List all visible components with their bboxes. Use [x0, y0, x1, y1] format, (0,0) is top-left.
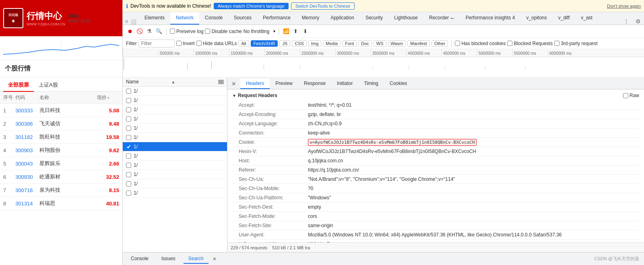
blocked-requests-checkbox[interactable] [507, 41, 512, 46]
match-language-button[interactable]: Always match Chrome's language [214, 3, 289, 9]
dont-show-link[interactable]: Don't show again [607, 4, 641, 8]
filter-js-btn[interactable]: JS [279, 40, 290, 47]
disable-cache-checkbox[interactable] [205, 29, 210, 34]
filter-css-btn[interactable]: CSS [292, 40, 307, 47]
third-party-checkbox[interactable] [554, 41, 559, 46]
stock-code[interactable]: 300043 [15, 161, 39, 167]
filter-icon[interactable]: ⚗ [145, 27, 153, 35]
stock-row[interactable]: 3 301182 凯旺科技 19.58 [0, 130, 122, 144]
req-checkbox[interactable] [126, 89, 131, 94]
stock-code[interactable]: 300903 [15, 147, 39, 153]
tab-lighthouse[interactable]: Lighthouse [388, 12, 423, 25]
stock-code[interactable]: 300333 [15, 108, 39, 114]
stock-row[interactable]: 8 301314 科瑞思 40.81 [0, 197, 122, 210]
clear-button[interactable]: 🚫 [136, 27, 144, 35]
switch-to-chinese-button[interactable]: Switch DevTools to Chinese [291, 2, 355, 10]
request-headers-section[interactable]: ▼ Request Headers Raw [232, 93, 639, 98]
tab-elements[interactable]: Elements [139, 12, 170, 25]
tab-v-options[interactable]: v_opitons [520, 12, 552, 25]
filter-input[interactable] [138, 39, 175, 48]
tab-application[interactable]: Application [325, 12, 360, 25]
resize-handle[interactable]: ⋮ [218, 80, 224, 84]
req-checkbox[interactable] [126, 116, 131, 122]
tab-security[interactable]: Security [360, 12, 388, 25]
stock-row[interactable]: 2 300386 飞天诚信 9.48 [0, 117, 122, 130]
filter-font-btn[interactable]: Font [342, 40, 357, 47]
close-detail-button[interactable]: ✕ [227, 79, 240, 89]
req-checkbox[interactable] [126, 163, 131, 168]
tab-performance[interactable]: Performance [257, 12, 296, 25]
blocked-requests-label[interactable]: Blocked Requests [507, 41, 553, 46]
search-icon[interactable]: 🔍 [155, 27, 163, 35]
third-party-label[interactable]: 3rd-party request [554, 41, 597, 46]
stock-row[interactable]: 4 300903 科翔股份 9.62 [0, 144, 122, 157]
request-row[interactable]: 1/ [123, 142, 227, 151]
bottom-tab-console[interactable]: Console [126, 254, 153, 264]
close-bottom-icon[interactable]: ✕ [213, 256, 217, 262]
filter-manifest-btn[interactable]: Manifest [407, 40, 430, 47]
detail-tab-response[interactable]: Response [298, 79, 331, 89]
stock-row[interactable]: 1 300333 兆日科技 5.08 [0, 104, 122, 117]
filter-all-btn[interactable]: All [238, 40, 249, 47]
tab-console[interactable]: Console [199, 12, 228, 25]
request-row[interactable]: 1/ [123, 114, 227, 124]
tab-all-stocks[interactable]: 全部股票 [3, 79, 34, 92]
invert-checkbox[interactable] [176, 41, 182, 46]
filter-img-btn[interactable]: Img [308, 40, 321, 47]
stock-code[interactable]: 300386 [15, 121, 39, 127]
wifi-icon[interactable]: 📶 [282, 27, 290, 35]
tab-v-ast[interactable]: v_ast [575, 12, 598, 25]
raw-checkbox[interactable] [623, 93, 628, 98]
stock-code[interactable]: 300716 [15, 187, 39, 193]
has-blocked-label[interactable]: Has blocked cookies [455, 41, 506, 46]
detail-tab-initiator[interactable]: Initiator [331, 79, 358, 89]
request-row[interactable]: 1/ [123, 170, 227, 179]
req-checkbox[interactable] [126, 181, 131, 186]
req-checkbox[interactable] [126, 190, 131, 196]
request-row[interactable]: 1/ [123, 151, 227, 161]
filter-wasm-btn[interactable]: Wasm [388, 40, 406, 47]
stock-row[interactable]: 7 300716 泉为科技 8.15 [0, 184, 122, 197]
detail-tab-preview[interactable]: Preview [270, 79, 298, 89]
filter-fetch-xhr-btn[interactable]: Fetch/XHR [251, 40, 278, 47]
stock-code[interactable]: 301314 [15, 201, 39, 207]
detail-tab-headers[interactable]: Headers [240, 79, 270, 89]
stock-code[interactable]: 301182 [15, 134, 39, 140]
request-row[interactable]: 1/ [123, 96, 227, 105]
req-checkbox[interactable] [126, 98, 131, 103]
stock-code[interactable]: 300930 [15, 174, 39, 180]
filter-other-btn[interactable]: Other [431, 40, 448, 47]
hide-data-urls-label[interactable]: Hide data URLs [196, 41, 237, 46]
disable-cache-label[interactable]: Disable cache [205, 29, 242, 34]
record-button[interactable]: ⏺ [126, 27, 134, 35]
preserve-log-checkbox[interactable] [170, 29, 175, 34]
download-icon[interactable]: ⬇ [301, 27, 310, 35]
preserve-log-label[interactable]: Preserve log [170, 29, 203, 34]
tab-perf-insights[interactable]: Performance insights 4 [460, 12, 521, 25]
tab-sh-a[interactable]: 上证A股 [34, 79, 63, 92]
detail-tab-cookies[interactable]: Cookies [384, 79, 413, 89]
stock-row[interactable]: 5 300043 星辉娱乐 2.66 [0, 157, 122, 170]
bottom-tab-issues[interactable]: Issues [157, 254, 180, 264]
req-checkbox[interactable] [126, 107, 131, 112]
stock-row[interactable]: 6 300930 屹通新材 32.52 [0, 170, 122, 184]
req-checkbox[interactable] [126, 144, 131, 149]
tab-memory[interactable]: Memory [296, 12, 325, 25]
req-checkbox[interactable] [126, 172, 131, 177]
settings-icon[interactable]: ⚙ [632, 18, 644, 25]
tab-recorder[interactable]: Recorder ⌙ [423, 12, 460, 25]
request-row[interactable]: 1/ [123, 124, 227, 133]
filter-media-btn[interactable]: Media [323, 40, 341, 47]
upload-icon[interactable]: ⬆ [292, 27, 300, 35]
req-checkbox[interactable] [126, 135, 131, 140]
req-checkbox[interactable] [126, 126, 131, 131]
request-row[interactable]: 1/ [123, 105, 227, 114]
detail-tab-timing[interactable]: Timing [358, 79, 384, 89]
throttle-select[interactable]: No throttling Fast 3G Slow 3G [244, 29, 275, 34]
tab-v-diff[interactable]: v_diff [553, 12, 575, 25]
more-tabs-icon[interactable]: ⋮ [620, 18, 632, 25]
request-row[interactable]: 1/ [123, 161, 227, 170]
has-blocked-checkbox[interactable] [455, 41, 460, 46]
request-row[interactable]: 1/ [123, 133, 227, 142]
tab-sources[interactable]: Sources [228, 12, 257, 25]
